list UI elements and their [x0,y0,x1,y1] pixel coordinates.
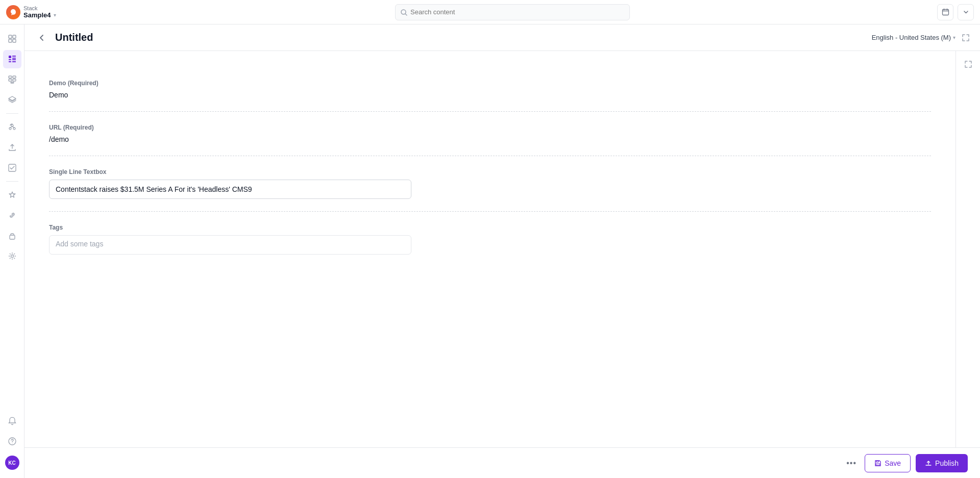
search-area [92,4,933,20]
svg-rect-27 [9,164,16,171]
main-layout: KC Untitled English - United States (M) … [0,24,980,478]
entry-title: Untitled [55,32,866,43]
locale-selector[interactable]: English - United States (M) ▾ [872,34,955,41]
sidebar-divider-2 [6,181,18,182]
field-group-url: URL (Required) /demo [49,112,931,156]
tags-field-label: Tags [49,224,931,231]
svg-rect-12 [9,61,11,62]
sidebar-item-lock[interactable] [3,227,21,245]
search-input[interactable] [410,8,624,16]
field-group-tags: Tags Add some tags [49,212,931,267]
svg-rect-32 [876,461,878,462]
dropdown-icon-btn[interactable] [958,4,974,20]
svg-point-22 [9,128,11,130]
brand-logo[interactable] [6,5,20,19]
project-dropdown-icon[interactable]: ▾ [54,12,56,18]
svg-rect-18 [13,76,16,78]
brand-area: Stack Sample4 ▾ [6,5,88,19]
svg-point-31 [12,443,12,443]
entry-body: Demo (Required) Demo URL (Required) /dem… [24,51,980,447]
sidebar-item-components[interactable] [3,70,21,89]
expand-icon[interactable] [962,33,970,42]
field-group-single-line: Single Line Textbox [49,156,931,212]
svg-rect-15 [12,59,16,60]
svg-point-24 [11,124,13,127]
sidebar-item-help[interactable] [3,432,21,450]
svg-point-29 [11,255,13,258]
sidebar-bottom: KC [3,411,21,474]
svg-rect-19 [9,79,12,81]
entry-footer: ••• Save Publish [24,447,980,478]
project-name: Sample4 [23,11,51,19]
topbar: Stack Sample4 ▾ [0,0,980,24]
sidebar-item-dashboard[interactable] [3,30,21,48]
left-sidebar: KC [0,24,24,478]
locale-dropdown-icon: ▾ [953,35,955,40]
svg-rect-16 [12,61,16,62]
sidebar-divider-1 [6,113,18,114]
svg-rect-7 [13,35,16,38]
single-line-field-label: Single Line Textbox [49,168,931,175]
svg-rect-14 [12,58,16,59]
entry-header: Untitled English - United States (M) ▾ [24,24,980,51]
brand-info: Stack Sample4 ▾ [23,5,56,19]
save-label: Save [885,459,901,467]
field-expand-icon[interactable] [961,57,975,71]
svg-line-25 [10,127,12,128]
svg-rect-9 [13,39,16,42]
sidebar-item-widgets[interactable] [3,118,21,136]
svg-point-23 [13,128,15,130]
svg-rect-17 [9,76,12,78]
svg-rect-20 [13,79,16,81]
demo-field-label: Demo (Required) [49,80,931,87]
demo-field-value: Demo [49,91,931,99]
publish-label: Publish [935,459,959,467]
svg-rect-11 [9,59,11,60]
sidebar-item-layers[interactable] [3,91,21,109]
calendar-icon-btn[interactable] [937,4,953,20]
svg-rect-13 [12,56,16,57]
publish-button[interactable]: Publish [916,454,968,472]
back-button[interactable] [35,31,49,45]
sidebar-item-upload[interactable] [3,138,21,157]
svg-line-26 [12,127,14,128]
user-avatar[interactable]: KC [5,456,19,470]
url-field-label: URL (Required) [49,124,931,131]
svg-rect-8 [9,39,12,42]
sidebar-item-link[interactable] [3,206,21,224]
locale-label: English - United States (M) [872,34,951,41]
more-options-button[interactable]: ••• [843,455,860,471]
sidebar-item-checklist[interactable] [3,159,21,177]
sidebar-item-star[interactable] [3,186,21,204]
search-icon [401,8,407,16]
topbar-right [937,4,974,20]
field-group-demo: Demo (Required) Demo [49,67,931,112]
svg-rect-10 [9,56,11,58]
sidebar-item-content[interactable] [3,50,21,68]
content-area: Untitled English - United States (M) ▾ D… [24,24,980,478]
svg-rect-33 [876,464,880,465]
sidebar-item-settings[interactable] [3,247,21,265]
svg-rect-2 [942,10,948,15]
form-area: Demo (Required) Demo URL (Required) /dem… [24,51,955,447]
search-box[interactable] [395,4,630,20]
single-line-input[interactable] [49,180,411,199]
tags-input[interactable]: Add some tags [49,235,411,255]
svg-rect-21 [11,82,14,83]
sidebar-item-notification[interactable] [3,412,21,430]
svg-rect-28 [10,235,15,239]
url-field-value: /demo [49,135,931,143]
stack-label: Stack [23,5,56,11]
right-sidebar [955,51,980,447]
save-button[interactable]: Save [865,454,911,472]
svg-line-1 [405,14,407,15]
svg-rect-6 [9,35,12,38]
